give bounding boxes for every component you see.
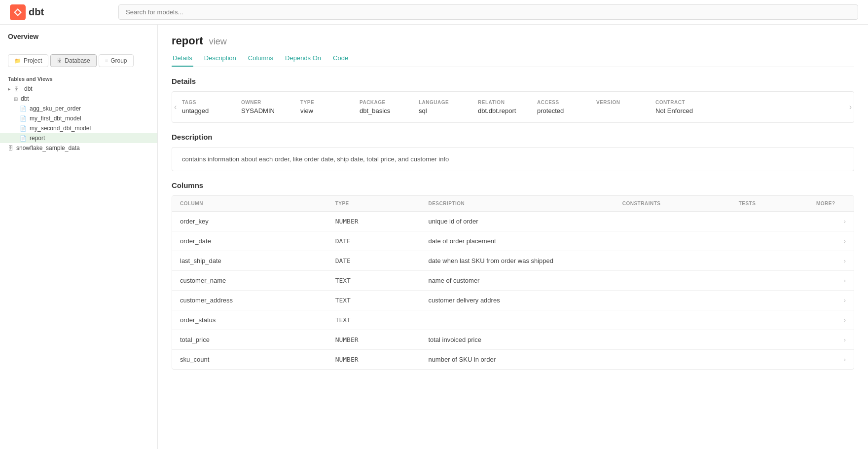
tags-value: untagged	[182, 107, 221, 114]
search-container	[118, 4, 858, 20]
project-icon: 📁	[14, 58, 21, 64]
row-1-chevron[interactable]: ›	[816, 237, 846, 245]
row-2-column: last_ship_date	[180, 257, 335, 264]
dbt-logo-icon	[10, 4, 26, 20]
detail-contract: CONTRACT Not Enforced	[655, 100, 695, 114]
main-layout: Overview 📁 Project 🗄 Database ≡ Group Ta…	[0, 25, 868, 449]
row-3-desc: name of customer	[428, 277, 622, 284]
language-value: sql	[419, 107, 458, 114]
details-section-title: Details	[172, 77, 854, 85]
col-header-tests: TESTS	[739, 201, 816, 206]
tree-item-report[interactable]: 📄 report	[0, 133, 157, 143]
row-7-chevron[interactable]: ›	[816, 356, 846, 363]
page-title-name: report	[172, 35, 203, 47]
report-label: report	[30, 135, 45, 142]
row-6-chevron[interactable]: ›	[816, 336, 846, 343]
columns-table-header: COLUMN TYPE DESCRIPTION CONSTRAINTS TEST…	[172, 196, 854, 212]
col-header-constraints: CONSTRAINTS	[622, 201, 739, 206]
table-row: customer_name TEXT name of customer ›	[172, 271, 854, 291]
tab-code[interactable]: Code	[332, 50, 349, 67]
table-row: order_date DATE date of order placement …	[172, 231, 854, 251]
version-label: VERSION	[596, 100, 636, 105]
row-3-chevron[interactable]: ›	[816, 277, 846, 284]
type-value: view	[300, 107, 340, 114]
row-0-desc: unique id of order	[428, 218, 622, 225]
columns-section-title: Columns	[172, 181, 854, 189]
package-value: dbt_basics	[360, 107, 399, 114]
database-icon: 🗄	[57, 58, 62, 64]
database-nav-btn[interactable]: 🗄 Database	[50, 54, 96, 67]
project-label: Project	[24, 57, 42, 64]
snowflake-db-icon: 🗄	[8, 145, 13, 151]
group-nav-btn[interactable]: ≡ Group	[99, 54, 134, 67]
row-6-type: NUMBER	[335, 336, 429, 343]
relation-label: RELATION	[478, 100, 517, 105]
tree-item-snowflake[interactable]: 🗄 snowflake_sample_data	[0, 143, 157, 153]
my-first-file-icon: 📄	[20, 115, 27, 122]
row-2-chevron[interactable]: ›	[816, 257, 846, 264]
col-header-description: DESCRIPTION	[428, 201, 622, 206]
detail-version: VERSION	[596, 100, 636, 107]
dbt-root-expand-icon: ▸	[8, 86, 11, 92]
detail-package: PACKAGE dbt_basics	[360, 100, 399, 114]
tree-item-my-second[interactable]: 📄 my_second_dbt_model	[0, 123, 157, 133]
tree-item-dbt-root[interactable]: ▸ 🗄 dbt	[0, 84, 157, 94]
details-card: ‹ TAGS untagged OWNER SYSADMIN TYPE view…	[172, 91, 854, 123]
row-7-type: NUMBER	[335, 356, 429, 363]
contract-value: Not Enforced	[655, 107, 695, 114]
row-7-column: sku_count	[180, 356, 335, 363]
tree-item-agg-sku[interactable]: 📄 agg_sku_per_order	[0, 104, 157, 113]
row-3-column: customer_name	[180, 277, 335, 284]
row-6-desc: total invoiced price	[428, 336, 622, 343]
row-0-chevron[interactable]: ›	[816, 218, 846, 225]
table-row: order_status TEXT ›	[172, 310, 854, 330]
access-value: protected	[537, 107, 577, 114]
tree-item-my-first[interactable]: 📄 my_first_dbt_model	[0, 113, 157, 123]
row-1-type: DATE	[335, 237, 429, 245]
owner-label: OWNER	[241, 100, 281, 105]
search-input[interactable]	[118, 4, 858, 20]
table-row: customer_address TEXT customer delivery …	[172, 291, 854, 310]
page-title-sub: view	[209, 37, 227, 46]
tab-details[interactable]: Details	[172, 50, 193, 67]
table-row: order_key NUMBER unique id of order ›	[172, 212, 854, 231]
dbt-schema-icon: ⊞	[14, 96, 18, 102]
tabs-container: Details Description Columns Depends On C…	[172, 50, 854, 67]
tab-depends-on[interactable]: Depends On	[284, 50, 322, 67]
detail-access: ACCESS protected	[537, 100, 577, 114]
description-text: contains information about each order, l…	[182, 155, 449, 163]
group-label: Group	[110, 57, 127, 64]
row-4-chevron[interactable]: ›	[816, 297, 846, 304]
table-row: last_ship_date DATE date when last SKU f…	[172, 251, 854, 271]
row-4-column: customer_address	[180, 297, 335, 304]
tables-views-title: Tables and Views	[0, 71, 157, 84]
relation-value: dbt.dbt.report	[478, 107, 517, 114]
col-header-column: COLUMN	[180, 201, 335, 206]
contract-label: CONTRACT	[655, 100, 695, 105]
row-5-type: TEXT	[335, 316, 429, 324]
row-0-column: order_key	[180, 218, 335, 225]
description-section-title: Description	[172, 133, 854, 141]
table-row: total_price NUMBER total invoiced price …	[172, 330, 854, 350]
sidebar: Overview 📁 Project 🗄 Database ≡ Group Ta…	[0, 25, 158, 449]
agg-sku-file-icon: 📄	[20, 106, 27, 112]
row-5-chevron[interactable]: ›	[816, 316, 846, 324]
row-0-type: NUMBER	[335, 218, 429, 225]
description-card: contains information about each order, l…	[172, 147, 854, 171]
language-label: LANGUAGE	[419, 100, 458, 105]
logo: dbt	[10, 4, 108, 20]
report-file-icon: 📄	[20, 135, 27, 142]
dbt-root-label: dbt	[24, 85, 33, 92]
project-nav-btn[interactable]: 📁 Project	[8, 54, 48, 67]
tree-item-dbt-schema[interactable]: ⊞ dbt	[0, 94, 157, 104]
agg-sku-label: agg_sku_per_order	[30, 105, 81, 112]
row-1-column: order_date	[180, 237, 335, 245]
detail-type: TYPE view	[300, 100, 340, 114]
tab-columns[interactable]: Columns	[247, 50, 274, 67]
row-2-type: DATE	[335, 257, 429, 264]
detail-tags: TAGS untagged	[182, 100, 221, 114]
detail-language: LANGUAGE sql	[419, 100, 458, 114]
details-row: TAGS untagged OWNER SYSADMIN TYPE view P…	[182, 100, 844, 114]
tab-description[interactable]: Description	[203, 50, 237, 67]
dbt-logo-text: dbt	[29, 6, 44, 18]
